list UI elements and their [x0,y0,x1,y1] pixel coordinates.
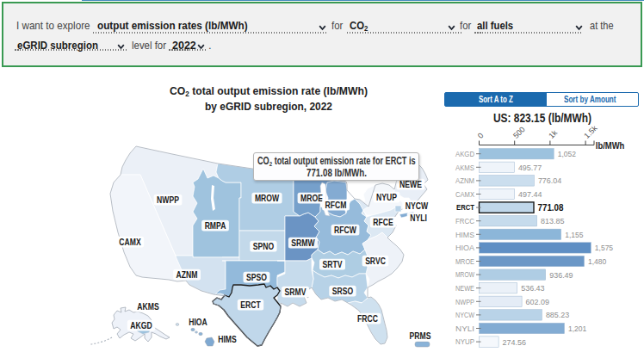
svg-text:AZNM: AZNM [455,176,474,185]
svg-text:SRTV: SRTV [323,260,343,269]
svg-text:ERCT: ERCT [456,203,474,212]
svg-text:AKGD: AKGD [455,150,474,158]
svg-text:776.04: 776.04 [538,176,561,185]
svg-text:SRMW: SRMW [291,238,315,248]
svg-text:SRSO: SRSO [332,287,354,296]
svg-text:CAMX: CAMX [455,190,474,199]
svg-text:0: 0 [476,131,486,140]
svg-text:1k: 1k [547,128,559,140]
svg-text:274.56: 274.56 [503,337,526,347]
svg-text:NYLI: NYLI [455,324,474,333]
svg-text:RFCM: RFCM [325,201,347,210]
svg-text:495.77: 495.77 [518,163,542,172]
svg-text:HIOA: HIOA [455,244,474,252]
svg-text:RFCW: RFCW [334,225,356,235]
svg-text:497.44: 497.44 [518,189,542,199]
svg-text:FRCC: FRCC [455,217,474,225]
svg-text:NYUP: NYUP [376,193,397,202]
svg-text:HIMS: HIMS [455,231,474,239]
svg-text:1,480: 1,480 [588,256,606,266]
svg-text:MROE: MROE [455,257,474,266]
svg-text:885.23: 885.23 [546,310,569,319]
svg-text:1,052: 1,052 [558,149,576,158]
svg-text:771.08: 771.08 [538,203,564,213]
svg-text:AKMS: AKMS [137,302,159,312]
svg-text:SPNO: SPNO [253,242,275,251]
svg-text:ERCT: ERCT [240,300,260,310]
svg-text:1,201: 1,201 [568,324,586,333]
svg-text:AKGD: AKGD [130,321,152,330]
svg-text:HIMS: HIMS [218,335,237,344]
svg-text:MROW: MROW [455,270,474,279]
svg-text:SRMV: SRMV [285,287,307,297]
svg-text:NEWE: NEWE [399,180,422,189]
svg-text:NWPP: NWPP [455,298,474,306]
svg-text:RMPA: RMPA [205,221,226,231]
svg-text:CAMX: CAMX [119,238,141,247]
svg-text:NYUP: NYUP [455,337,474,346]
svg-text:NYLI: NYLI [410,213,427,223]
svg-text:813.85: 813.85 [541,216,564,225]
svg-text:500: 500 [511,125,527,140]
svg-text:RFCE: RFCE [373,218,393,227]
svg-text:AKMS: AKMS [455,164,474,172]
svg-text:NWPP: NWPP [157,195,179,205]
svg-text:PRMS: PRMS [410,331,431,341]
svg-text:SPSO: SPSO [246,273,267,282]
svg-text:FRCC: FRCC [357,314,378,324]
svg-text:NYCW: NYCW [406,201,429,211]
svg-text:HIOA: HIOA [189,318,207,327]
svg-text:936.49: 936.49 [549,270,573,280]
svg-text:lb/MWh: lb/MWh [596,140,625,151]
svg-text:602.09: 602.09 [526,297,549,306]
svg-text:1,155: 1,155 [565,230,583,239]
svg-text:1,575: 1,575 [595,243,613,252]
svg-text:MROE: MROE [300,194,323,203]
svg-text:1.5k: 1.5k [582,123,598,139]
svg-text:SRVC: SRVC [365,256,386,266]
svg-text:MROW: MROW [255,194,280,203]
svg-text:NYCW: NYCW [455,311,474,319]
svg-text:536.43: 536.43 [521,283,544,293]
svg-text:AZNM: AZNM [176,270,198,280]
svg-text:NEWE: NEWE [455,284,474,293]
